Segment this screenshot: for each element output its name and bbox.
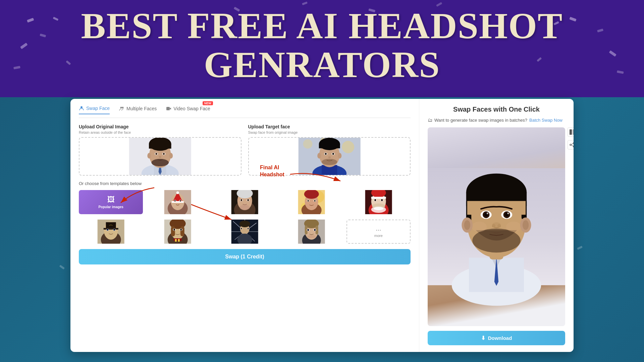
svg-line-188 [571,143,573,144]
template-item-7[interactable] [213,220,277,244]
svg-point-178 [506,222,521,232]
left-panel: Swap Face Multiple Faces Video Swap Face… [70,99,419,352]
svg-point-40 [147,153,151,159]
template-popular[interactable]: 🖼 Popular images [79,190,143,214]
main-card: Swap Face Multiple Faces Video Swap Face… [70,99,574,352]
svg-rect-184 [573,129,574,135]
svg-rect-93 [371,197,386,199]
template-item-2[interactable] [213,190,277,214]
target-upload-box: Upload Target face Swap face from origin… [248,124,411,176]
popular-label: Popular images [98,205,123,209]
svg-point-138 [240,228,242,229]
svg-point-121 [180,229,182,231]
title-line1: BEST FREE AI HEADSHOT [0,7,644,46]
svg-rect-164 [467,201,526,215]
download-button[interactable]: ⬇ Download [428,331,565,345]
more-dots-icon: ··· [376,226,381,234]
batch-row: 🗂 Want to generate face swap images in b… [428,117,565,123]
template-item-5[interactable] [79,220,143,244]
compare-icon [570,129,574,135]
svg-rect-117 [180,226,184,236]
stacked-layers-icon: 🗂 [428,117,432,123]
svg-point-64 [176,191,179,194]
new-badge: NEW [203,101,213,105]
svg-point-58 [317,153,321,159]
svg-point-98 [381,199,383,201]
svg-point-77 [247,199,249,201]
svg-point-39 [151,159,169,166]
svg-rect-65 [172,201,184,203]
title-area: BEST FREE AI HEADSHOT GENRATORS [0,7,644,84]
more-label: more [374,234,383,238]
svg-point-54 [325,153,327,155]
icon-buttons [568,127,574,149]
svg-point-22 [80,106,83,108]
svg-point-68 [174,200,176,202]
svg-point-78 [239,205,250,210]
share-icon [570,142,574,147]
tab-swap-face[interactable]: Swap Face [79,106,110,114]
target-upload-area[interactable] [248,137,411,176]
original-upload-area[interactable] [79,137,241,176]
result-headshot-svg [428,127,565,326]
tab-video-label: Video Swap Face [173,106,210,111]
share-button[interactable] [568,140,574,149]
svg-point-100 [373,207,383,210]
video-icon [166,106,171,111]
svg-rect-122 [174,238,182,241]
swap-button[interactable]: Swap (1 Credit) [79,249,411,264]
batch-text: Want to generate face swap images in bat… [434,118,527,123]
download-label: Download [488,335,512,341]
original-upload-label: Upload Original Image [79,124,241,129]
user-icon [79,106,84,111]
template-item-4[interactable] [346,190,411,214]
svg-point-76 [240,199,242,201]
right-panel-title: Swap Faces with One Click [428,106,565,113]
tab-swap-face-label: Swap Face [86,106,110,111]
svg-line-189 [571,145,573,146]
original-upload-sublabel: Retain areas outside of the face [79,130,241,134]
svg-point-24 [122,107,124,109]
svg-point-41 [169,153,173,159]
image-icon: 🖼 [107,195,115,204]
svg-rect-183 [570,129,572,135]
template-grid: 🖼 Popular images [79,190,411,214]
template-grid-row2: ··· more [79,220,411,244]
svg-point-174 [492,224,495,227]
target-upload-label: Upload Target face [248,124,411,129]
main-title: BEST FREE AI HEADSHOT GENRATORS [0,7,644,84]
users-icon [119,106,124,111]
svg-point-56 [328,157,330,159]
compare-button[interactable] [568,127,574,137]
svg-rect-25 [166,107,170,110]
batch-swap-link[interactable]: Batch Swap Now [529,118,562,123]
tabs-container: Swap Face Multiple Faces Video Swap Face… [79,106,411,118]
svg-point-149 [314,229,316,231]
upload-row: Upload Original Image Retain areas outsi… [79,124,411,176]
right-panel: Swap Faces with One Click 🗂 Want to gene… [419,99,574,352]
svg-point-181 [464,220,470,230]
svg-rect-51 [319,144,340,148]
template-item-6[interactable] [146,220,210,244]
tab-multiple-faces[interactable]: Multiple Faces [119,106,157,114]
svg-point-57 [322,159,337,165]
original-person-image [79,138,241,175]
svg-rect-105 [104,228,118,230]
result-image [428,127,565,326]
svg-point-171 [487,213,488,214]
template-item-8[interactable] [279,220,343,244]
template-item-1[interactable] [146,190,210,214]
svg-point-36 [155,153,157,155]
svg-point-177 [472,222,487,232]
result-image-container [428,127,565,326]
svg-point-88 [314,200,316,202]
svg-point-175 [497,224,501,227]
template-more-button[interactable]: ··· more [346,220,411,244]
svg-rect-123 [175,239,177,242]
svg-point-37 [163,153,165,155]
template-item-3[interactable] [279,190,343,214]
svg-rect-33 [149,144,171,149]
tab-video-swap[interactable]: Video Swap Face NEW [166,106,210,114]
svg-point-55 [332,153,334,155]
svg-point-43 [342,141,354,153]
